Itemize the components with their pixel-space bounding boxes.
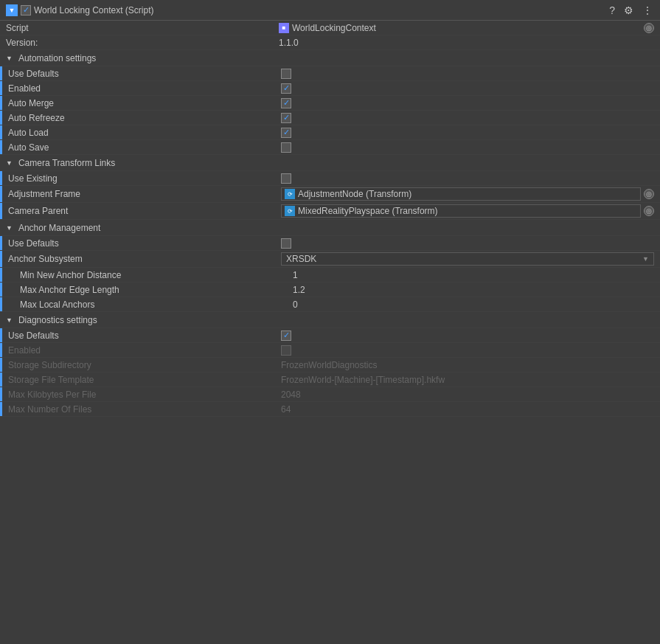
help-icon[interactable]: ? [608, 3, 616, 18]
storage-subdirectory-label: Storage Subdirectory [8, 360, 281, 370]
component-icon: ▼ [6, 4, 18, 16]
diagnostics-section-header[interactable]: ▼ Diagnostics settings [0, 312, 660, 328]
title-bar-left: ▼ World Locking Context (Script) [6, 4, 608, 16]
automation-autoload-value [281, 128, 654, 138]
automation-autoload-content: Auto Load [2, 126, 660, 139]
camera-parent-value: ⟳ MixedRealityPlayspace (Transform) ◎ [281, 204, 654, 218]
anchor-section-header[interactable]: ▼ Anchor Management [0, 220, 660, 236]
camera-section-label: ▼ Camera Transform Links [6, 158, 279, 168]
anchor-subsystem-row: Anchor Subsystem XRSDK ▼ [0, 251, 660, 268]
min-anchor-distance-row: Min New Anchor Distance 1 [0, 268, 660, 283]
diagnostics-enabled-checkbox[interactable] [281, 345, 291, 356]
camera-use-existing-content: Use Existing [2, 172, 660, 185]
anchor-collapse-arrow[interactable]: ▼ [6, 224, 13, 232]
diagnostics-use-defaults-row: Use Defaults [0, 328, 660, 343]
camera-use-existing-checkbox[interactable] [281, 173, 291, 184]
title-bar-title: World Locking Context (Script) [34, 5, 154, 15]
automation-autosave-checkbox[interactable] [281, 142, 291, 153]
automation-autosave-value [281, 142, 654, 153]
automation-enabled-content: Enabled [2, 82, 660, 95]
max-local-anchors-value: 0 [293, 300, 654, 310]
automation-enabled-row: Enabled [0, 81, 660, 96]
adjustment-frame-select-button[interactable]: ◎ [644, 189, 654, 199]
camera-use-existing-label: Use Existing [8, 173, 281, 184]
automation-automerge-content: Auto Merge [2, 97, 660, 110]
max-anchor-edge-label: Max Anchor Edge Length [20, 285, 293, 295]
diagnostics-use-defaults-label: Use Defaults [8, 330, 281, 341]
anchor-subsystem-content: Anchor Subsystem XRSDK ▼ [2, 251, 660, 267]
anchor-subsystem-label: Anchor Subsystem [8, 254, 281, 264]
storage-subdirectory-row: Storage Subdirectory FrozenWorldDiagnost… [0, 358, 660, 373]
anchor-subsystem-value: XRSDK ▼ [281, 252, 654, 266]
diagnostics-use-defaults-checkbox[interactable] [281, 330, 291, 341]
component-enabled-checkbox[interactable] [21, 5, 31, 15]
automation-collapse-arrow[interactable]: ▼ [6, 55, 13, 62]
automation-autorefreeze-row: Auto Refreeze [0, 111, 660, 125]
automation-section-label: ▼ Automation settings [6, 53, 279, 63]
automation-autoload-row: Auto Load [0, 125, 660, 140]
diagnostics-use-defaults-content: Use Defaults [2, 329, 660, 342]
automation-autoload-checkbox[interactable] [281, 128, 291, 138]
script-row: Script ■ WorldLockingContext ◎ [0, 21, 660, 35]
camera-parent-reference: ⟳ MixedRealityPlayspace (Transform) [281, 204, 641, 218]
script-select-button[interactable]: ◎ [644, 23, 654, 33]
more-icon[interactable]: ⋮ [641, 3, 654, 18]
automation-automerge-checkbox[interactable] [281, 98, 291, 108]
camera-adjustment-frame-label: Adjustment Frame [8, 189, 281, 199]
storage-file-template-value: FrozenWorld-[Machine]-[Timestamp].hkfw [281, 375, 654, 385]
automation-autosave-label: Auto Save [8, 142, 281, 153]
settings-icon[interactable]: ⚙ [622, 3, 635, 18]
diagnostics-use-defaults-value [281, 330, 654, 341]
title-bar-actions: ? ⚙ ⋮ [608, 3, 654, 18]
max-files-value: 64 [281, 404, 654, 415]
anchor-use-defaults-checkbox[interactable] [281, 238, 291, 249]
camera-parent-select-button[interactable]: ◎ [644, 206, 654, 216]
anchor-section-label: ▼ Anchor Management [6, 223, 279, 233]
version-row: Version: 1.1.0 [0, 35, 660, 50]
automation-enabled-checkbox[interactable] [281, 83, 291, 94]
max-anchor-edge-row: Max Anchor Edge Length 1.2 [0, 283, 660, 297]
max-files-content: Max Number Of Files 64 [2, 403, 660, 416]
automation-use-defaults-row: Use Defaults [0, 66, 660, 81]
transform-icon: ⟳ [285, 189, 295, 199]
automation-section-header[interactable]: ▼ Automation settings [0, 50, 660, 66]
script-reference: ■ WorldLockingContext [279, 23, 641, 33]
diagnostics-enabled-content: Enabled [2, 344, 660, 357]
automation-automerge-row: Auto Merge [0, 96, 660, 111]
diagnostics-section-label: ▼ Diagnostics settings [6, 315, 279, 325]
max-anchor-edge-content: Max Anchor Edge Length 1.2 [2, 283, 660, 297]
script-file-icon: ■ [279, 23, 289, 33]
automation-autoload-label: Auto Load [8, 128, 281, 138]
version-label: Version: [6, 38, 279, 48]
automation-autorefreeze-checkbox[interactable] [281, 113, 291, 123]
max-anchor-edge-value: 1.2 [293, 285, 654, 295]
max-local-anchors-row: Max Local Anchors 0 [0, 297, 660, 312]
automation-use-defaults-checkbox[interactable] [281, 69, 291, 79]
inspector-body: Script ■ WorldLockingContext ◎ Version: … [0, 21, 660, 417]
max-kilobytes-content: Max Kilobytes Per File 2048 [2, 388, 660, 401]
script-label: Script [6, 23, 279, 33]
diagnostics-collapse-arrow[interactable]: ▼ [6, 316, 13, 324]
automation-autorefreeze-label: Auto Refreeze [8, 113, 281, 123]
camera-parent-label: Camera Parent [8, 206, 281, 216]
max-files-row: Max Number Of Files 64 [0, 402, 660, 417]
automation-autosave-row: Auto Save [0, 140, 660, 155]
script-value: ■ WorldLockingContext ◎ [279, 23, 654, 33]
min-anchor-distance-label: Min New Anchor Distance [20, 270, 293, 280]
camera-collapse-arrow[interactable]: ▼ [6, 159, 13, 167]
anchor-subsystem-dropdown[interactable]: XRSDK ▼ [281, 252, 654, 266]
automation-autorefreeze-content: Auto Refreeze [2, 111, 660, 125]
storage-subdirectory-content: Storage Subdirectory FrozenWorldDiagnost… [2, 359, 660, 372]
diagnostics-enabled-row: Enabled [0, 343, 660, 358]
storage-file-template-row: Storage File Template FrozenWorld-[Machi… [0, 373, 660, 387]
min-anchor-distance-content: Min New Anchor Distance 1 [2, 269, 660, 282]
automation-autosave-content: Auto Save [2, 141, 660, 154]
max-kilobytes-label: Max Kilobytes Per File [8, 389, 281, 400]
transform-icon: ⟳ [285, 206, 295, 216]
anchor-use-defaults-label: Use Defaults [8, 238, 281, 249]
storage-file-template-content: Storage File Template FrozenWorld-[Machi… [2, 373, 660, 387]
max-files-label: Max Number Of Files [8, 404, 281, 415]
title-bar: ▼ World Locking Context (Script) ? ⚙ ⋮ [0, 0, 660, 21]
camera-use-existing-value [281, 173, 654, 184]
camera-section-header[interactable]: ▼ Camera Transform Links [0, 155, 660, 171]
